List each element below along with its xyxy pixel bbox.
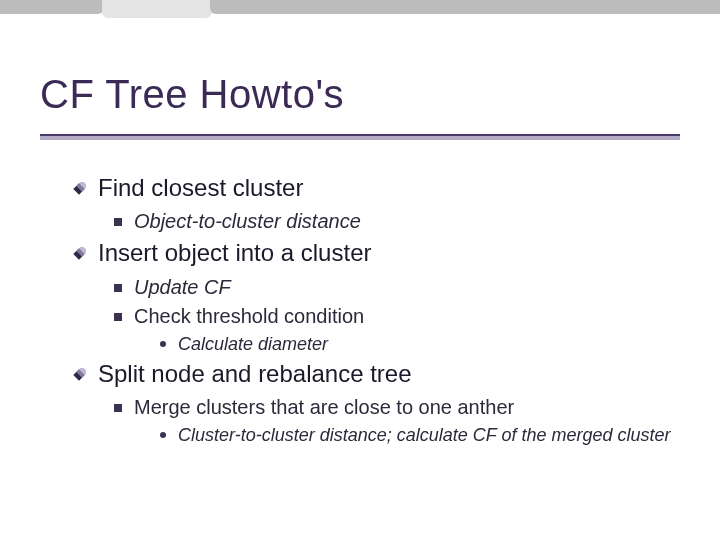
list-item: Cluster-to-cluster distance; calculate C… [160,423,682,447]
list-item: Check threshold condition [114,303,682,330]
square-bullet-icon [114,313,122,321]
square-bullet-icon [114,218,122,226]
tab-segment [210,0,720,14]
list-item-text: Object-to-cluster distance [134,208,361,235]
list-item-text: Find closest cluster [98,172,303,204]
list-item-text: Check threshold condition [134,303,364,330]
diamond-bullet-icon [72,368,86,382]
square-bullet-icon [114,404,122,412]
diamond-bullet-icon [72,182,86,196]
list-item-text: Insert object into a cluster [98,237,371,269]
list-item-text: Merge clusters that are close to one ant… [134,394,514,421]
list-item: Update CF [114,274,682,301]
list-item: Merge clusters that are close to one ant… [114,394,682,421]
list-item: Split node and rebalance tree [72,358,682,390]
list-item-text: Update CF [134,274,231,301]
dot-bullet-icon [160,432,166,438]
slide: CF Tree Howto's Find closest cluster Obj… [0,0,720,540]
list-item: Calculate diameter [160,332,682,356]
dot-bullet-icon [160,341,166,347]
list-item: Find closest cluster [72,172,682,204]
content-area: Find closest cluster Object-to-cluster d… [72,172,682,450]
slide-title: CF Tree Howto's [40,72,344,117]
list-item-text: Calculate diameter [178,332,328,356]
list-item-text: Cluster-to-cluster distance; calculate C… [178,423,671,447]
square-bullet-icon [114,284,122,292]
tab-segment [0,0,104,14]
list-item: Insert object into a cluster [72,237,682,269]
top-tab-decoration [0,0,720,20]
list-item-text: Split node and rebalance tree [98,358,412,390]
list-item: Object-to-cluster distance [114,208,682,235]
tab-segment-active [102,0,212,18]
title-underline-shadow [40,136,680,140]
diamond-bullet-icon [72,247,86,261]
